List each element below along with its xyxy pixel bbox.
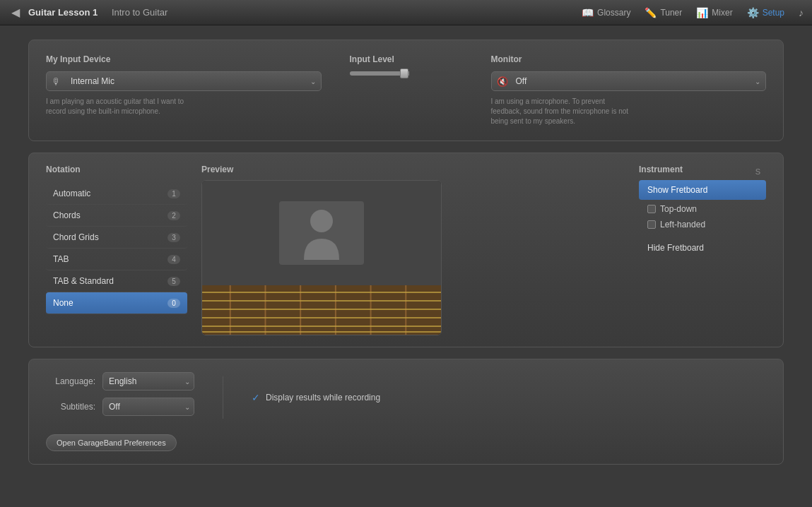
input-device-label: My Input Device	[46, 54, 322, 64]
nav-mixer[interactable]: 📊 Mixer	[696, 7, 732, 18]
fretboard-preview	[202, 285, 441, 335]
preview-inner	[202, 181, 441, 335]
notation-item-chord-grids-label: Chord Grids	[53, 232, 99, 242]
app-header: ◀ Guitar Lesson 1 Intro to Guitar 📖 Glos…	[0, 0, 812, 25]
music-icon: ♪	[799, 7, 804, 18]
nav-glossary-label: Glossary	[597, 8, 630, 18]
notation-item-automatic[interactable]: Automatic 1	[46, 183, 187, 205]
language-select[interactable]: English	[102, 372, 194, 390]
nav-mixer-label: Mixer	[712, 8, 732, 18]
header-left: ◀ Guitar Lesson 1 Intro to Guitar	[8, 6, 582, 20]
preview-box	[201, 180, 442, 335]
open-garageband-prefs-button[interactable]: Open GarageBand Preferences	[46, 434, 177, 451]
nav-tuner-label: Tuner	[660, 8, 682, 18]
svg-point-0	[310, 210, 333, 232]
notation-panel: Notation Automatic 1 Chords 2 Chord Grid…	[28, 153, 784, 347]
monitor-select[interactable]: Off	[491, 71, 767, 91]
display-results-col: ✓ Display results while recording	[252, 392, 380, 403]
nav-tuner[interactable]: ✏️ Tuner	[645, 7, 682, 18]
input-level-track	[350, 71, 449, 76]
book-icon: 📖	[582, 7, 594, 18]
header-nav: 📖 Glossary ✏️ Tuner 📊 Mixer ⚙️ Setup ♪	[582, 7, 804, 18]
input-device-col: My Input Device 🎙 Internal Mic ⌄ I am pl…	[46, 54, 322, 117]
language-subtitles-col: Language: English Subtitles: Off	[46, 372, 194, 423]
preview-top	[202, 181, 441, 285]
nav-setup-label: Setup	[763, 8, 784, 18]
notation-badge-automatic: 1	[167, 189, 180, 198]
person-placeholder	[279, 201, 364, 265]
input-level-label: Input Level	[350, 54, 463, 64]
lesson-title: Guitar Lesson 1	[28, 7, 98, 18]
top-down-label: Top-down	[660, 204, 697, 214]
monitor-wrapper: 🔇 Off ⌄	[491, 71, 767, 91]
left-handed-label: Left-handed	[660, 220, 705, 229]
mixer-icon: 📊	[696, 7, 708, 18]
notation-item-chords-label: Chords	[53, 210, 81, 220]
preview-col: Preview	[201, 165, 625, 335]
language-row: Language: English	[46, 372, 194, 390]
monitor-col: Monitor 🔇 Off ⌄ I am using a microphone.…	[491, 54, 767, 126]
nav-glossary[interactable]: 📖 Glossary	[582, 7, 630, 18]
input-device-wrapper: 🎙 Internal Mic ⌄	[46, 71, 322, 91]
notation-item-none[interactable]: None 0	[46, 292, 187, 314]
monitor-hint: I am using a microphone. To prevent feed…	[491, 97, 632, 126]
show-fretboard-button[interactable]: Show Fretboard	[639, 180, 766, 200]
settings-row: Language: English Subtitles: Off	[46, 372, 766, 423]
notation-badge-chord-grids: 3	[167, 233, 180, 242]
notation-badge-tab: 4	[167, 255, 180, 264]
hide-fretboard-button[interactable]: Hide Fretboard	[639, 238, 766, 258]
s-label: S	[755, 167, 760, 176]
top-down-checkbox[interactable]	[647, 205, 656, 213]
display-results-row[interactable]: ✓ Display results while recording	[252, 392, 380, 403]
settings-panel: Language: English Subtitles: Off	[28, 359, 784, 465]
person-silhouette-svg	[300, 207, 343, 260]
language-select-wrap: English	[102, 372, 194, 390]
notation-item-chords[interactable]: Chords 2	[46, 205, 187, 227]
checkmark-icon: ✓	[252, 392, 260, 403]
preview-label: Preview	[201, 165, 625, 174]
input-level-col: Input Level	[350, 54, 463, 83]
notation-list-header: Notation	[46, 165, 187, 177]
notation-list: Notation Automatic 1 Chords 2 Chord Grid…	[46, 165, 187, 335]
notation-item-none-label: None	[53, 298, 73, 308]
left-handed-checkbox[interactable]	[647, 220, 656, 229]
language-label: Language:	[46, 376, 95, 386]
input-device-select[interactable]: Internal Mic	[46, 71, 322, 91]
notation-badge-chords: 2	[167, 211, 180, 220]
top-down-checkbox-row[interactable]: Top-down	[639, 201, 766, 217]
notation-item-tab[interactable]: TAB 4	[46, 249, 187, 270]
monitor-label: Monitor	[491, 54, 767, 64]
nav-setup[interactable]: ⚙️ Setup	[747, 7, 784, 18]
instrument-label: Instrument	[639, 165, 766, 174]
notation-item-tab-standard[interactable]: TAB & Standard 5	[46, 270, 187, 292]
left-handed-checkbox-row[interactable]: Left-handed	[639, 217, 766, 232]
input-level-slider-container	[350, 71, 463, 76]
notation-item-tab-standard-label: TAB & Standard	[53, 276, 114, 286]
fretboard-svg	[202, 285, 441, 335]
main-content: My Input Device 🎙 Internal Mic ⌄ I am pl…	[0, 25, 812, 479]
subtitles-label: Subtitles:	[46, 402, 95, 412]
input-panel: My Input Device 🎙 Internal Mic ⌄ I am pl…	[28, 40, 784, 141]
input-section: My Input Device 🎙 Internal Mic ⌄ I am pl…	[46, 54, 766, 126]
subtitles-row: Subtitles: Off	[46, 398, 194, 416]
back-button[interactable]: ◀	[8, 6, 23, 20]
notation-item-automatic-label: Automatic	[53, 189, 90, 198]
notation-badge-none: 0	[167, 299, 180, 308]
subtitles-select[interactable]: Off	[102, 398, 194, 416]
notation-item-chord-grids[interactable]: Chord Grids 3	[46, 227, 187, 249]
notation-section: Notation Automatic 1 Chords 2 Chord Grid…	[46, 165, 766, 335]
lesson-subtitle: Intro to Guitar	[112, 7, 167, 18]
title-separator	[103, 7, 106, 18]
instrument-col: Instrument S Show Fretboard Top-down Lef…	[639, 165, 766, 335]
notation-badge-tab-standard: 5	[167, 277, 180, 286]
input-device-hint: I am playing an acoustic guitar that I w…	[46, 97, 187, 117]
vertical-divider	[223, 376, 223, 419]
display-results-label: Display results while recording	[266, 393, 380, 402]
gear-icon: ⚙️	[747, 7, 759, 18]
subtitles-select-wrap: Off	[102, 398, 194, 416]
tuner-icon: ✏️	[645, 7, 657, 18]
notation-item-tab-label: TAB	[53, 254, 69, 264]
nav-music[interactable]: ♪	[799, 7, 804, 18]
input-level-thumb[interactable]	[400, 68, 408, 78]
